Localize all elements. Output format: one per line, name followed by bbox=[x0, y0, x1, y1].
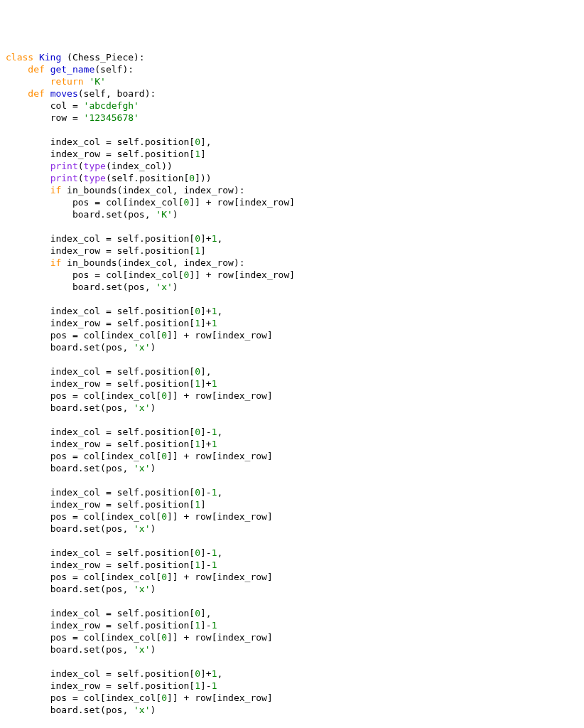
base-class: Chess_Piece bbox=[72, 52, 134, 63]
var-row: row bbox=[50, 112, 67, 123]
string-K: 'K' bbox=[89, 76, 105, 87]
keyword-if: if bbox=[50, 257, 62, 268]
builtin-print: print bbox=[50, 161, 78, 171]
keyword-return: return bbox=[50, 76, 84, 87]
keyword-def: def bbox=[28, 88, 44, 99]
builtin-print: print bbox=[50, 173, 78, 183]
param-board: board bbox=[117, 88, 145, 99]
builtin-type: type bbox=[84, 173, 106, 183]
class-name-king: King bbox=[39, 52, 61, 63]
keyword-if: if bbox=[50, 185, 62, 196]
param-self: self bbox=[84, 88, 106, 99]
keyword-class: class bbox=[6, 52, 33, 63]
var-col: col bbox=[50, 100, 67, 111]
keyword-def: def bbox=[28, 64, 44, 75]
string-12345678: '12345678' bbox=[84, 112, 139, 123]
fn-moves: moves bbox=[50, 88, 78, 99]
param-self: self bbox=[100, 64, 122, 75]
builtin-type: type bbox=[84, 161, 106, 171]
code-editor[interactable]: class King (Chess_Piece): def get_name(s… bbox=[6, 51, 578, 728]
fn-get-name: get_name bbox=[50, 64, 95, 75]
string-abcdefgh: 'abcdefgh' bbox=[84, 100, 139, 111]
